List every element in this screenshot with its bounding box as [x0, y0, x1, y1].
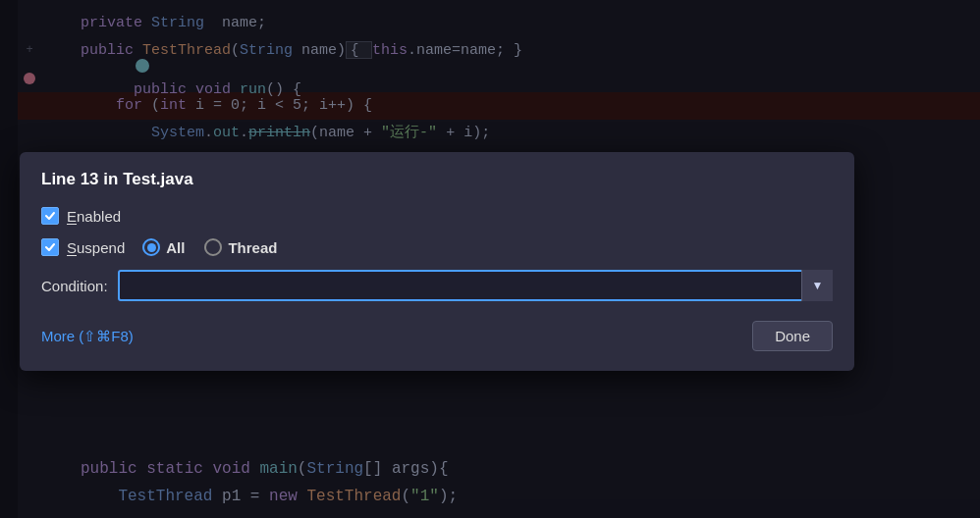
condition-input-wrap: ▼ [118, 270, 833, 301]
done-button[interactable]: Done [752, 321, 833, 351]
all-label: All [166, 239, 185, 256]
condition-input[interactable] [118, 270, 833, 301]
condition-row: Condition: ▼ [41, 270, 833, 301]
suspend-checkbox[interactable] [41, 238, 59, 256]
suspend-label: Suspend [67, 239, 125, 256]
suspend-checkbox-wrap[interactable]: Suspend [41, 238, 125, 256]
enabled-label: Enabled [67, 208, 121, 225]
thread-label: Thread [228, 239, 277, 256]
dialog-footer: More (⇧⌘F8) Done [41, 321, 833, 351]
checkmark-icon-2 [44, 241, 56, 253]
condition-label: Condition: [41, 278, 108, 294]
dialog-title: Line 13 in Test.java [41, 170, 833, 189]
thread-radio[interactable] [204, 238, 222, 256]
enabled-row: Enabled [41, 207, 833, 225]
dropdown-arrow-icon: ▼ [812, 279, 824, 292]
all-radio[interactable] [142, 238, 160, 256]
enabled-checkbox[interactable] [41, 207, 59, 225]
breakpoint-dialog: Line 13 in Test.java Enabled Suspend [20, 152, 854, 371]
thread-radio-wrap[interactable]: Thread [204, 238, 277, 256]
enabled-checkbox-wrap[interactable]: Enabled [41, 207, 121, 225]
all-radio-wrap[interactable]: All [142, 238, 185, 256]
more-link[interactable]: More (⇧⌘F8) [41, 328, 134, 345]
suspend-row: Suspend All Thread [41, 238, 833, 256]
checkmark-icon [44, 210, 56, 222]
condition-dropdown-button[interactable]: ▼ [801, 270, 833, 301]
